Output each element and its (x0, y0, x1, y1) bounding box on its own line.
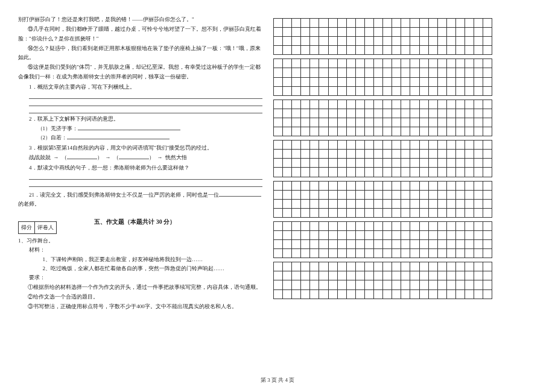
material-1: 1、下课铃声刚响，我正要走出教室，好友神秘地将我拉到一边…… (18, 255, 262, 264)
reviewer-label: 评卷人 (35, 222, 56, 233)
passage-p0: 别打伊丽莎白了！您还是来打我吧，是我的错！——伊丽莎白你怎么了。" (18, 15, 262, 24)
arrow-icon: → (157, 154, 163, 160)
question-2b: （2）自若： (18, 133, 262, 142)
q2b-label: （2）自若： (37, 134, 68, 141)
left-column: 别打伊丽莎白了！您还是来打我吧，是我的错！——伊丽莎白你怎么了。" ⑬几乎在同时… (18, 15, 262, 312)
passage-p2: ⑭怎么？疑惑中，我们看到老师正用那木板狠狠地在装了垫子的座椅上抽了一板："哦！"… (18, 44, 262, 63)
paren-open: （ (62, 154, 67, 160)
right-column (273, 15, 493, 312)
paren-open: （ (113, 154, 119, 160)
requirement-3: ③书写整洁，正确使用标点符号，字数不少于400字。文中不能出现真实的校名和人名。 (18, 302, 262, 311)
essay-prompt: 1、习作舞台。 (18, 236, 262, 245)
answer-blank[interactable] (219, 191, 261, 197)
answer-line[interactable] (29, 93, 262, 99)
requirement-1: ①根据所给的材料选择一个作为作文的开头，通过一件事把故事续写完整，内容具体，语句… (18, 283, 262, 292)
flow-start: 战战兢兢 (29, 154, 51, 160)
question-2a: （1）无济于事： (18, 124, 262, 133)
passage-p1: ⑬几乎在同时，我们都睁开了眼睛，越过办桌，可怜兮兮地对望了一下。想不到，伊丽莎白… (18, 25, 262, 43)
answer-line[interactable] (29, 100, 262, 106)
paren-close: ） (149, 154, 154, 160)
question-3-flow: 战战兢兢 → （） → （） → 恍然大悟 (18, 153, 262, 162)
flow-end: 恍然大悟 (165, 154, 187, 160)
composition-grid[interactable] (273, 18, 493, 299)
requirement-2: ②给作文选一个合适的题目。 (18, 292, 262, 302)
paren-close: ） (97, 154, 103, 160)
answer-blank[interactable] (67, 154, 97, 159)
passage-text: 别打伊丽莎白了！您还是来打我吧，是我的错！——伊丽莎白你怎么了。" ⑬几乎在同时… (18, 15, 262, 81)
answer-line[interactable] (29, 107, 262, 113)
section-5-title: 五、作文题（本题共计 30 分） (94, 217, 176, 227)
answer-blank[interactable] (78, 125, 180, 130)
question-21: 21．读完全文，我们感受到弗洛斯特女士不仅是一位严厉的老师，同时也是一位 (18, 191, 262, 200)
q21-text-b: 的老师。 (18, 200, 262, 209)
answer-blank[interactable] (119, 154, 149, 159)
arrow-icon: → (106, 154, 111, 160)
material-2: 2、吃过晚饭，全家人都在忙着做各自的事，突然一阵急促的门铃声响起…… (18, 264, 262, 273)
question-2: 2．联系上下文解释下列词语的意思。 (18, 115, 262, 124)
score-label: 得分 (19, 222, 35, 233)
question-4: 4．默读文中画线的句子，想一想：弗洛斯特老师为什么要这样做？ (18, 163, 262, 172)
requirements-label: 要求： (18, 273, 262, 282)
answer-line[interactable] (29, 174, 262, 180)
material-label: 材料： (18, 245, 262, 254)
arrow-icon: → (54, 154, 59, 160)
answer-line[interactable] (29, 181, 262, 187)
passage-p3: ⑮这便是我们受到的"体罚"，并无肌肤之痛，却记忆至深。我想，有幸受过这种板子的学… (18, 63, 262, 81)
question-3: 3．根据第5至第14自然段的内容，用文中的词语填写"我们"接受惩罚的经过。 (18, 144, 262, 153)
answer-blank[interactable] (67, 134, 170, 139)
question-1: 1．概括文章的主要内容，写在下列横线上。 (18, 83, 262, 92)
q2a-label: （1）无济于事： (37, 125, 78, 131)
score-box: 得分 评卷人 (18, 221, 57, 234)
page-footer: 第 3 页 共 4 页 (0, 376, 555, 385)
section-5-header: 得分 评卷人 五、作文题（本题共计 30 分） (18, 209, 262, 236)
q21-text-a: 21．读完全文，我们感受到弗洛斯特女士不仅是一位严厉的老师，同时也是一位 (29, 192, 219, 198)
